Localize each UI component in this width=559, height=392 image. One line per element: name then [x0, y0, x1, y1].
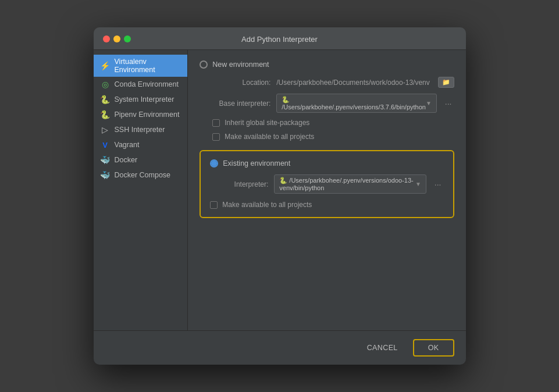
make-available-new-row: Make available to all projects	[212, 133, 454, 141]
inherit-label: Inherit global site-packages	[225, 119, 309, 127]
make-available-existing-checkbox[interactable]	[210, 201, 218, 209]
sidebar-item-docker-compose[interactable]: 🐳 Docker Compose	[94, 168, 188, 183]
dialog-body: ⚡ Virtualenv Environment ◎ Conda Environ…	[94, 50, 466, 330]
ssh-icon: ▷	[101, 125, 110, 134]
existing-environment-label: Existing environment	[223, 159, 290, 168]
interpreter-label: Interpreter:	[210, 180, 268, 188]
main-content: New environment Location: /Users/parkboh…	[188, 50, 465, 330]
sidebar-item-vagrant[interactable]: V Vagrant	[94, 137, 188, 152]
base-interpreter-label: Base interpreter:	[212, 99, 270, 108]
sidebar-item-docker[interactable]: 🐳 Docker	[94, 152, 188, 168]
new-environment-option[interactable]: New environment	[200, 60, 454, 69]
docker-icon: 🐳	[101, 155, 110, 165]
location-value: /Users/parkbohee/Documents/work/odoo-13/…	[276, 79, 432, 87]
sidebar-label-vagrant: Vagrant	[115, 141, 140, 149]
existing-environment-option[interactable]: Existing environment	[210, 159, 443, 168]
existing-environment-box: Existing environment Interpreter: 🐍 /Use…	[200, 150, 454, 218]
new-environment-radio[interactable]	[200, 60, 208, 69]
traffic-lights	[103, 35, 131, 42]
make-available-existing-row: Make available to all projects	[210, 201, 443, 209]
sidebar-label-docker: Docker	[115, 156, 138, 164]
pipenv-icon: 🐍	[101, 110, 110, 119]
add-interpreter-dialog: Add Python Interpreter ⚡ Virtualenv Envi…	[94, 27, 466, 365]
location-row: Location: /Users/parkbohee/Documents/wor…	[212, 77, 454, 88]
virtualenv-icon: ⚡	[101, 61, 110, 70]
interpreter-more-button[interactable]: ···	[432, 180, 444, 189]
system-icon: 🐍	[101, 95, 110, 104]
make-available-existing-label: Make available to all projects	[222, 201, 312, 209]
dropdown-arrow-icon: ▼	[426, 100, 432, 106]
sidebar-label-docker-compose: Docker Compose	[115, 171, 171, 179]
interpreter-value: 🐍 /Users/parkbohee/.pyenv/versions/odoo-…	[279, 177, 415, 191]
inherit-checkbox[interactable]	[212, 119, 220, 127]
sidebar-item-virtualenv[interactable]: ⚡ Virtualenv Environment	[94, 55, 188, 77]
location-browse-button[interactable]: 📁	[438, 77, 454, 88]
existing-environment-radio[interactable]	[210, 159, 218, 168]
dialog-title: Add Python Interpreter	[241, 35, 318, 44]
sidebar-item-ssh[interactable]: ▷ SSH Interpreter	[94, 122, 188, 137]
base-interpreter-select[interactable]: 🐍 /Users/parkbohee/.pyenv/versions/3.7.6…	[276, 94, 437, 113]
sidebar-label-ssh: SSH Interpreter	[115, 126, 165, 134]
dialog-footer: CANCEL OK	[94, 330, 466, 365]
vagrant-icon: V	[101, 140, 110, 149]
sidebar-label-conda: Conda Environment	[115, 80, 179, 88]
base-interpreter-value: 🐍 /Users/parkbohee/.pyenv/versions/3.7.6…	[282, 96, 426, 111]
sidebar-item-pipenv[interactable]: 🐍 Pipenv Environment	[94, 107, 188, 122]
sidebar-item-system[interactable]: 🐍 System Interpreter	[94, 92, 188, 107]
base-interpreter-more-button[interactable]: ···	[443, 99, 454, 108]
make-available-new-checkbox[interactable]	[212, 133, 220, 141]
ok-button[interactable]: OK	[413, 339, 454, 357]
sidebar-label-system: System Interpreter	[115, 95, 175, 104]
make-available-new-label: Make available to all projects	[225, 133, 314, 141]
inherit-checkbox-row: Inherit global site-packages	[212, 119, 454, 127]
new-env-form: Location: /Users/parkbohee/Documents/wor…	[200, 77, 454, 141]
interpreter-row: Interpreter: 🐍 /Users/parkbohee/.pyenv/v…	[210, 174, 443, 194]
sidebar: ⚡ Virtualenv Environment ◎ Conda Environ…	[94, 50, 188, 330]
title-bar: Add Python Interpreter	[94, 27, 466, 50]
interpreter-select[interactable]: 🐍 /Users/parkbohee/.pyenv/versions/odoo-…	[274, 174, 426, 194]
cancel-button[interactable]: CANCEL	[359, 340, 406, 355]
conda-icon: ◎	[101, 80, 110, 89]
new-environment-label: New environment	[212, 60, 269, 69]
interpreter-dropdown-arrow-icon: ▼	[415, 181, 421, 187]
minimize-button[interactable]	[113, 35, 120, 42]
sidebar-item-conda[interactable]: ◎ Conda Environment	[94, 77, 188, 92]
close-button[interactable]	[103, 35, 110, 42]
sidebar-label-pipenv: Pipenv Environment	[115, 111, 180, 119]
location-label: Location:	[212, 79, 270, 87]
base-interpreter-row: Base interpreter: 🐍 /Users/parkbohee/.py…	[212, 94, 454, 113]
docker-compose-icon: 🐳	[101, 170, 110, 180]
sidebar-label-virtualenv: Virtualenv Environment	[115, 58, 181, 74]
maximize-button[interactable]	[124, 35, 131, 42]
